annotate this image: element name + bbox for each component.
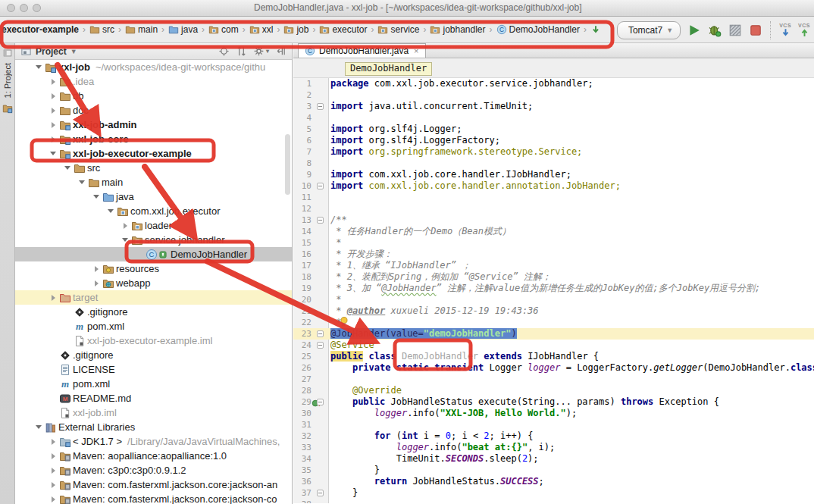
stop-button[interactable] xyxy=(749,23,762,37)
tree-row-db[interactable]: db xyxy=(15,89,292,103)
fold-marker-icon[interactable] xyxy=(317,103,324,110)
window-minimize-button[interactable] xyxy=(20,4,28,12)
breadcrumb-item-java[interactable]: java xyxy=(168,24,198,35)
tree-row-maven-com.fasterxml.jackson.core-jackson-co[interactable]: Maven: com.fasterxml.jackson.core:jackso… xyxy=(15,492,292,504)
code-line-27[interactable]: 27 xyxy=(293,374,814,385)
locate-file-icon[interactable] xyxy=(218,45,230,57)
tree-expand-closed-icon[interactable] xyxy=(48,439,58,445)
tree-row-xxl-job-admin[interactable]: xxl-job-admin xyxy=(15,117,292,132)
tree-expand-closed-icon[interactable] xyxy=(48,453,58,459)
tree-row-xxl-job-executor-example.iml[interactable]: xxl-job-executor-example.iml xyxy=(15,333,292,348)
tree-expand-closed-icon[interactable] xyxy=(48,468,58,474)
fold-marker-icon[interactable] xyxy=(317,399,324,405)
code-line-8[interactable]: 8 xyxy=(293,158,814,169)
code-line-37[interactable]: 37 } xyxy=(293,487,814,499)
code-line-13[interactable]: 13/** xyxy=(293,214,814,226)
tree-row-.idea[interactable]: .idea xyxy=(15,74,292,89)
tree-expand-closed-icon[interactable] xyxy=(48,93,58,99)
run-configuration-select[interactable]: Tomcat7 ▼ xyxy=(617,21,681,39)
tree-expand-open-icon[interactable] xyxy=(105,209,116,213)
scroll-from-source-icon[interactable] xyxy=(236,45,247,57)
code-line-20[interactable]: 20 * xyxy=(293,294,814,305)
tree-row-webapp[interactable]: webapp xyxy=(15,276,292,290)
code-line-7[interactable]: 7import org.springframework.stereotype.S… xyxy=(293,146,814,158)
code-line-5[interactable]: 5import org.slf4j.Logger; xyxy=(293,124,814,135)
tree-row-pom.xml[interactable]: mpom.xml xyxy=(15,319,292,333)
code-line-28[interactable]: 28 @Override xyxy=(293,385,814,396)
code-line-12[interactable]: 12 xyxy=(293,203,814,214)
code-line-34[interactable]: 34 TimeUnit.SECONDS.sleep(2); xyxy=(293,453,814,465)
tree-row-demojobhandler[interactable]: CDemoJobHandler xyxy=(15,247,292,261)
code-line-33[interactable]: 33 logger.info("beat at:{}", i); xyxy=(293,442,814,453)
code-line-6[interactable]: 6import org.slf4j.LoggerFactory; xyxy=(293,135,814,146)
fold-marker-icon[interactable] xyxy=(317,490,324,496)
code-line-24[interactable]: 24@Service xyxy=(293,340,814,351)
tree-expand-closed-icon[interactable] xyxy=(48,482,58,488)
folder-icon[interactable] xyxy=(2,102,13,114)
tree-expand-open-icon[interactable] xyxy=(62,166,73,170)
tree-row-maven-aopalliance-aopalliance-1.0[interactable]: Maven: aopalliance:aopalliance:1.0 xyxy=(15,449,292,463)
code-line-11[interactable]: 11 xyxy=(293,192,814,203)
tree-row-xxl-job[interactable]: xxl-job~/workspaces/idea-git-workspace/g… xyxy=(15,60,292,74)
code-line-29[interactable]: 29 public JobHandleStatus execute(String… xyxy=(293,396,814,408)
tree-expand-open-icon[interactable] xyxy=(33,65,44,69)
code-line-23[interactable]: 23@JobHander(value="demoJobHandler") xyxy=(293,328,814,340)
tree-expand-open-icon[interactable] xyxy=(120,238,130,242)
tree-row-xxl-job.iml[interactable]: xxl-job.iml xyxy=(15,405,292,420)
hide-panel-icon[interactable] xyxy=(275,45,286,57)
breadcrumb-item-jobhandler[interactable]: jobhandler xyxy=(430,24,485,35)
code-line-19[interactable]: 19 * 3、加 “@JobHander” 注解，注解value值为新增任务生成… xyxy=(293,283,814,294)
gear-icon[interactable] xyxy=(253,45,265,57)
tree-row-external-libraries[interactable]: External Libraries xyxy=(15,420,292,434)
code-line-10[interactable]: 10import com.xxl.job.core.handler.annota… xyxy=(293,180,814,192)
scrollbar-thumb[interactable] xyxy=(285,134,290,195)
vcs-update-button[interactable]: VCS xyxy=(779,23,791,37)
code-line-35[interactable]: 35 } xyxy=(293,465,814,476)
tree-row-.gitignore[interactable]: .gitignore xyxy=(15,305,292,319)
code-line-18[interactable]: 18 * 2、装配到Spring，例如加 “@Service” 注解； xyxy=(293,271,814,283)
tree-expand-open-icon[interactable] xyxy=(48,152,58,155)
code-line-16[interactable]: 16 * 开发步骤： xyxy=(293,249,814,260)
tree-expand-closed-icon[interactable] xyxy=(91,266,102,272)
tree-expand-open-icon[interactable] xyxy=(77,180,87,184)
code-line-31[interactable]: 31 xyxy=(293,419,814,430)
breadcrumb-item-demojobhandler[interactable]: CDemoJobHandler xyxy=(496,24,580,35)
window-close-button[interactable] xyxy=(7,4,15,12)
breadcrumb-item-xxl[interactable]: xxl xyxy=(249,24,274,35)
breadcrumb-item-main[interactable]: main xyxy=(125,24,158,35)
tree-row-java[interactable]: java xyxy=(15,189,292,204)
close-icon[interactable]: × xyxy=(414,46,418,55)
code-line-2[interactable]: 2 xyxy=(293,89,814,101)
breadcrumb-item-src[interactable]: src xyxy=(89,24,114,35)
code-line-21[interactable]: 21 * @author xuxueli 2015-12-19 19:43:36 xyxy=(293,305,814,317)
editor-tab-demojobhandler[interactable]: C DemoJobHandler.java × xyxy=(298,43,426,58)
vcs-commit-button[interactable]: VCS xyxy=(798,23,810,37)
code-line-1[interactable]: 1package com.xxl.job.executor.service.jo… xyxy=(293,78,814,89)
tool-window-icon[interactable] xyxy=(2,47,13,58)
tree-row-src[interactable]: src xyxy=(15,161,292,175)
code-line-36[interactable]: 36 return JobHandleStatus.SUCCESS; xyxy=(293,476,814,487)
navigate-down-icon[interactable] xyxy=(590,24,601,35)
tree-expand-closed-icon[interactable] xyxy=(48,496,58,502)
tree-row-license[interactable]: LICENSE xyxy=(15,362,292,377)
breadcrumb-item-executor[interactable]: executor xyxy=(319,24,367,35)
tree-row-main[interactable]: main xyxy=(15,175,292,189)
window-zoom-button[interactable] xyxy=(33,4,41,12)
code-line-26[interactable]: 26 private static transient Logger logge… xyxy=(293,362,814,374)
tree-expand-closed-icon[interactable] xyxy=(48,122,58,128)
tree-row-xxl-job-core[interactable]: xxl-job-core xyxy=(15,132,292,146)
code-line-38[interactable]: 38 xyxy=(293,499,814,503)
code-line-32[interactable]: 32 for (int i = 0; i < 2; i++) { xyxy=(293,430,814,442)
fold-marker-icon[interactable] xyxy=(317,183,324,189)
tree-expand-closed-icon[interactable] xyxy=(48,136,58,142)
breadcrumb-item-service[interactable]: service xyxy=(377,24,419,35)
code-line-15[interactable]: 15 * xyxy=(293,237,814,249)
tree-expand-open-icon[interactable] xyxy=(33,425,44,429)
tree-row-maven-com.fasterxml.jackson.core-jackson-an[interactable]: Maven: com.fasterxml.jackson.core:jackso… xyxy=(15,477,292,492)
fold-marker-icon[interactable] xyxy=(317,217,324,224)
tree-expand-closed-icon[interactable] xyxy=(48,79,58,85)
code-line-22[interactable]: 22 */ xyxy=(293,317,814,328)
tree-row--jdk1.7-[interactable]: < JDK1.7 >/Library/Java/JavaVirtualMachi… xyxy=(15,434,292,449)
breadcrumb-item-executor-example[interactable]: executor-example xyxy=(2,24,79,35)
fold-marker-icon[interactable] xyxy=(317,342,324,349)
